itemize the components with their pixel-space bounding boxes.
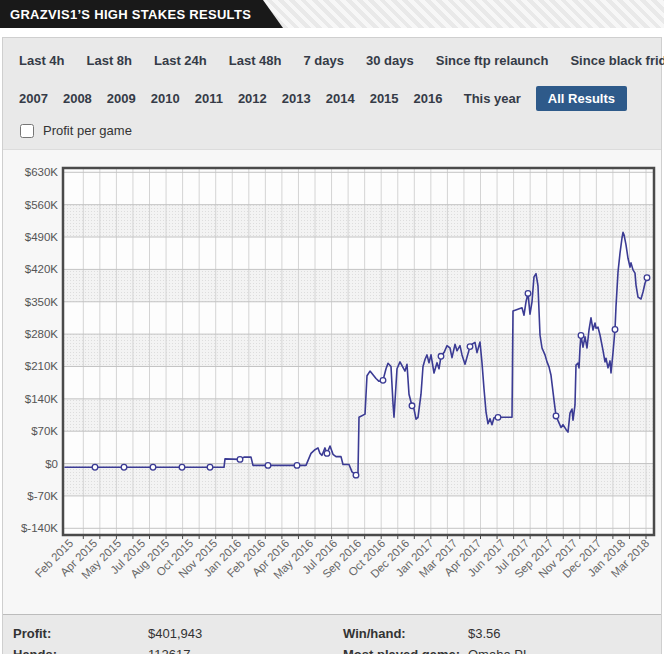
y-axis-tick-label: $-70K bbox=[27, 490, 58, 502]
year-tab-2014[interactable]: 2014 bbox=[326, 91, 355, 106]
most-played-game-label: Most played game: bbox=[343, 647, 468, 654]
filter-tab-last-8h[interactable]: Last 8h bbox=[87, 53, 133, 68]
y-axis-tick-label: $0 bbox=[45, 458, 58, 470]
y-axis-tick-label: $560K bbox=[25, 199, 59, 211]
y-axis-tick-label: $490K bbox=[25, 231, 59, 243]
title-banner-row: GRAZVIS1’S HIGH STAKES RESULTS bbox=[0, 0, 664, 28]
year-tab-2010[interactable]: 2010 bbox=[151, 91, 180, 106]
y-axis-tick-label: $70K bbox=[31, 425, 58, 437]
filters-section: Last 4hLast 8hLast 24hLast 48h7 days30 d… bbox=[3, 38, 661, 150]
filter-tab-since-ftp-relaunch[interactable]: Since ftp relaunch bbox=[436, 53, 549, 68]
hands-label: Hands: bbox=[13, 647, 148, 654]
year-tab-2011[interactable]: 2011 bbox=[195, 91, 223, 106]
year-tab-2013[interactable]: 2013 bbox=[282, 91, 311, 106]
y-axis-tick-label: $630K bbox=[25, 166, 59, 178]
year-tab-2009[interactable]: 2009 bbox=[107, 91, 136, 106]
profit-per-game-checkbox[interactable] bbox=[20, 124, 34, 138]
year-tab-2008[interactable]: 2008 bbox=[63, 91, 92, 106]
year-tab-all-results[interactable]: All Results bbox=[536, 86, 627, 111]
title-banner: GRAZVIS1’S HIGH STAKES RESULTS bbox=[0, 0, 283, 28]
profit-value: $401,943 bbox=[148, 626, 343, 641]
hands-value: 112617 bbox=[148, 647, 343, 654]
year-tab-2015[interactable]: 2015 bbox=[370, 91, 399, 106]
y-axis-tick-label: $350K bbox=[25, 296, 59, 308]
chart-section: $630K$560K$490K$420K$350K$280K$210K$140K… bbox=[3, 150, 661, 614]
profit-line-chart: $630K$560K$490K$420K$350K$280K$210K$140K… bbox=[3, 150, 661, 610]
most-played-game-value: Omaha PL bbox=[468, 647, 661, 654]
year-tab-2012[interactable]: 2012 bbox=[238, 91, 267, 106]
win-hand-value: $3.56 bbox=[468, 626, 661, 641]
year-tab-this-year[interactable]: This year bbox=[464, 91, 521, 106]
filter-tab-last-24h[interactable]: Last 24h bbox=[154, 53, 207, 68]
stats-section: Profit: $401,943 Win/hand: $3.56 Hands: … bbox=[3, 614, 661, 654]
profit-per-game-row: Profit per game bbox=[19, 122, 645, 139]
y-axis-tick-label: $140K bbox=[25, 393, 59, 405]
y-axis-tick-label: $-140K bbox=[21, 522, 58, 534]
time-range-tabs: Last 4hLast 8hLast 24hLast 48h7 days30 d… bbox=[19, 51, 645, 69]
page-title: GRAZVIS1’S HIGH STAKES RESULTS bbox=[0, 7, 251, 22]
filter-tab-last-48h[interactable]: Last 48h bbox=[229, 53, 282, 68]
y-axis-tick-label: $280K bbox=[25, 328, 59, 340]
year-tabs: 2007200820092010201120122013201420152016… bbox=[19, 86, 645, 110]
y-axis-tick-label: $210K bbox=[25, 360, 59, 372]
results-panel: Last 4hLast 8hLast 24hLast 48h7 days30 d… bbox=[2, 37, 662, 654]
win-hand-label: Win/hand: bbox=[343, 626, 468, 641]
profit-label: Profit: bbox=[13, 626, 148, 641]
filter-tab-7-days[interactable]: 7 days bbox=[304, 53, 344, 68]
profit-per-game-label: Profit per game bbox=[43, 123, 132, 138]
filter-tab-since-black-friday[interactable]: Since black friday bbox=[570, 53, 664, 68]
filter-tab-last-4h[interactable]: Last 4h bbox=[19, 53, 65, 68]
y-axis-tick-label: $420K bbox=[25, 263, 59, 275]
filter-tab-30-days[interactable]: 30 days bbox=[366, 53, 414, 68]
spacer bbox=[0, 28, 664, 37]
year-tab-2016[interactable]: 2016 bbox=[414, 91, 443, 106]
year-tab-2007[interactable]: 2007 bbox=[19, 91, 48, 106]
